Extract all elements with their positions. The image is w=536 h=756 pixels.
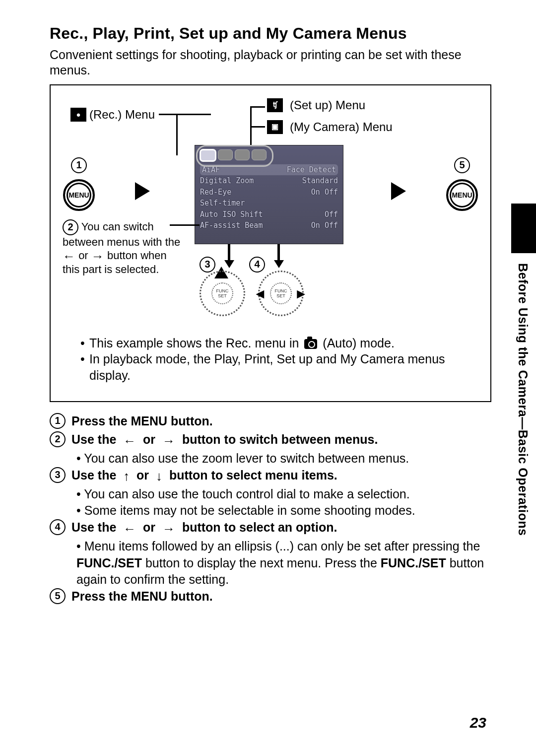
arrow-right-icon: → (91, 250, 104, 263)
diagram-notes: This example shows the Rec. menu in (Aut… (61, 335, 480, 384)
instruction-4-sub: • Menu items followed by an ellipsis (..… (50, 538, 491, 588)
instruction-3: Use the ↑ or ↓ button to select menu ite… (71, 467, 337, 484)
step-number-2: 2 (50, 431, 66, 447)
lcd-row: AF-assist BeamOn Off (200, 220, 338, 231)
legend-rec-label: (Rec.) Menu (89, 108, 155, 122)
thumb-tab (511, 204, 536, 253)
arrow-down-icon: ↓ (156, 470, 162, 482)
control-wheel-graphic: FUNCSET (200, 271, 245, 316)
step5-marker: 5 MENU (446, 157, 478, 211)
page-number: 23 (470, 714, 486, 731)
instruction-2: Use the ← or → button to switch between … (71, 431, 378, 448)
note-1: This example shows the Rec. menu in (Aut… (80, 335, 480, 351)
step-number-1: 1 (50, 413, 66, 429)
arrow-right-icon (391, 182, 406, 200)
arrow-right-icon: → (162, 522, 175, 535)
lcd-screenshot: AiAFFace Detect Digital ZoomStandard Red… (195, 145, 343, 244)
note-2: In playback mode, the Play, Print, Set u… (80, 351, 480, 383)
connector-line (250, 106, 265, 108)
step-number-5: 5 (454, 157, 470, 173)
instruction-list: 1Press the MENU button. 2 Use the ← or →… (50, 413, 491, 605)
arrow-lr-icons: ◄► (253, 286, 308, 302)
instruction-1: Press the MENU button. (71, 413, 213, 430)
step-number-3: 3 (50, 467, 66, 483)
lcd-tab-setup (235, 149, 250, 160)
arrow-right-icon (135, 182, 150, 200)
connector-line (159, 114, 211, 115)
lcd-row: Red-EyeOn Off (200, 187, 338, 198)
instruction-3-sub1: • You can also use the touch control dia… (50, 486, 491, 503)
step1-marker: 1 MENU (63, 157, 95, 211)
instruction-5: Press the MENU button. (71, 588, 213, 605)
camera-icon: ● (70, 108, 86, 122)
lcd-tab-mycamera (252, 149, 267, 160)
lcd-row: Auto ISO ShiftOff (200, 209, 338, 220)
step-number-4: 4 (249, 257, 265, 273)
step-number-1: 1 (71, 157, 87, 173)
wrench-icon: ʧ (267, 98, 283, 112)
camera-auto-icon (304, 339, 317, 349)
legend-mycamera-label: (My Camera) Menu (290, 118, 393, 136)
connector-line (250, 126, 265, 128)
lcd-row: Self-timer (200, 198, 338, 209)
instruction-4: Use the ← or → button to select an optio… (71, 519, 337, 536)
menu-button-graphic: MENU (63, 179, 95, 211)
instruction-3-sub2: • Some items may not be selectable in so… (50, 502, 491, 519)
step-number-2: 2 (63, 219, 78, 235)
legend-setup-label: (Set up) Menu (290, 96, 365, 114)
step-number-4: 4 (50, 519, 66, 535)
arrow-right-icon: → (162, 434, 175, 447)
step-number-3: 3 (200, 257, 215, 273)
intro-text: Convenient settings for shooting, playba… (50, 47, 491, 78)
step2-caption: 2 You can switch between menus with the … (63, 219, 187, 276)
connector-line (176, 115, 178, 155)
step-number-5: 5 (50, 588, 66, 604)
arrow-down-icon (274, 260, 284, 268)
legend-right: ʧ (Set up) Menu ▣ (My Camera) Menu (254, 96, 393, 136)
instruction-2-sub: • You can also use the zoom lever to swi… (50, 450, 491, 467)
step2-text: or (78, 249, 88, 262)
menu-button-graphic: MENU (446, 179, 478, 211)
connector-line (277, 244, 280, 260)
legend-rec: ● (Rec.) Menu (70, 108, 213, 122)
lcd-tab-other (218, 149, 233, 160)
connector-line (170, 224, 200, 226)
person-camera-icon: ▣ (267, 120, 283, 134)
lcd-row: Digital ZoomStandard (200, 175, 338, 187)
lcd-row: AiAFFace Detect (200, 164, 338, 176)
page-title: Rec., Play, Print, Set up and My Camera … (50, 25, 491, 42)
diagram-box: ● (Rec.) Menu ʧ (Set up) Menu ▣ (My Came… (50, 84, 491, 402)
arrow-left-icon: ← (123, 522, 136, 535)
arrow-left-icon: ← (123, 434, 136, 447)
step2-text: You can switch between menus with the (63, 220, 180, 248)
lcd-tab-rec (200, 149, 216, 161)
section-side-label: Before Using the Camera—Basic Operations (516, 263, 530, 536)
arrow-up-icon: ↑ (123, 470, 130, 482)
connector-line (228, 244, 230, 260)
arrow-left-icon: ← (63, 250, 75, 263)
